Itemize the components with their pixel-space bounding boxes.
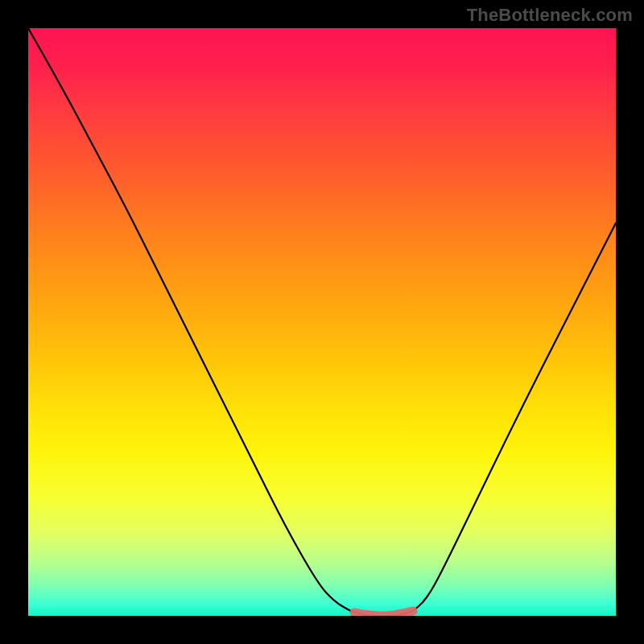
bottleneck-curve-highlight	[354, 611, 413, 616]
plot-area	[28, 28, 616, 616]
watermark-text: TheBottleneck.com	[467, 5, 633, 26]
bottleneck-curve-line	[28, 28, 616, 616]
vshape-curve	[28, 28, 616, 616]
chart-frame: TheBottleneck.com	[0, 0, 644, 644]
